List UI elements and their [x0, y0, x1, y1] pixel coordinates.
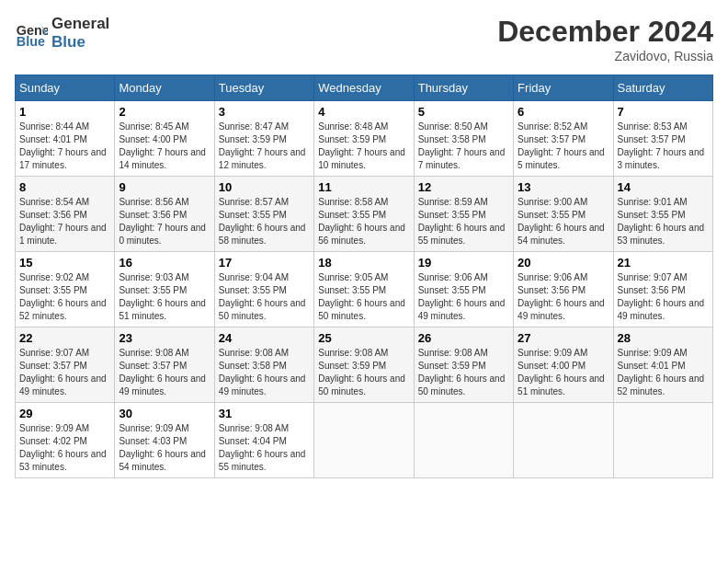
calendar-week-row: 1 Sunrise: 8:44 AMSunset: 4:01 PMDayligh… [16, 101, 713, 177]
dow-header: Sunday [16, 75, 115, 101]
calendar-day-cell: 22 Sunrise: 9:07 AMSunset: 3:57 PMDaylig… [16, 327, 115, 403]
calendar-day-cell: 11 Sunrise: 8:58 AMSunset: 3:55 PMDaylig… [314, 177, 414, 252]
day-detail: Sunrise: 9:00 AMSunset: 3:55 PMDaylight:… [518, 196, 609, 247]
calendar-day-cell: 10 Sunrise: 8:57 AMSunset: 3:55 PMDaylig… [214, 177, 313, 252]
month-title: December 2024 [497, 15, 713, 49]
day-detail: Sunrise: 8:59 AMSunset: 3:55 PMDaylight:… [418, 196, 509, 247]
day-number: 21 [618, 256, 709, 270]
calendar-day-cell: 6 Sunrise: 8:52 AMSunset: 3:57 PMDayligh… [514, 101, 613, 177]
day-detail: Sunrise: 9:09 AMSunset: 4:01 PMDaylight:… [618, 347, 709, 398]
day-detail: Sunrise: 8:52 AMSunset: 3:57 PMDaylight:… [518, 121, 609, 172]
day-number: 15 [19, 256, 110, 270]
day-detail: Sunrise: 8:50 AMSunset: 3:58 PMDaylight:… [418, 121, 509, 172]
day-detail: Sunrise: 8:48 AMSunset: 3:59 PMDaylight:… [318, 121, 409, 172]
calendar-day-cell: 5 Sunrise: 8:50 AMSunset: 3:58 PMDayligh… [414, 101, 513, 177]
day-number: 5 [418, 105, 509, 119]
calendar-day-cell: 29 Sunrise: 9:09 AMSunset: 4:02 PMDaylig… [16, 403, 115, 478]
day-detail: Sunrise: 8:58 AMSunset: 3:55 PMDaylight:… [318, 196, 409, 247]
calendar-week-row: 8 Sunrise: 8:54 AMSunset: 3:56 PMDayligh… [16, 177, 713, 252]
calendar-body: 1 Sunrise: 8:44 AMSunset: 4:01 PMDayligh… [16, 101, 713, 478]
day-number: 1 [19, 105, 110, 119]
title-block: December 2024 Zavidovo, Russia [497, 15, 713, 63]
day-detail: Sunrise: 9:09 AMSunset: 4:00 PMDaylight:… [518, 347, 609, 398]
day-number: 7 [618, 105, 709, 119]
day-number: 19 [418, 256, 509, 270]
day-number: 11 [318, 180, 409, 194]
day-detail: Sunrise: 8:54 AMSunset: 3:56 PMDaylight:… [19, 196, 110, 247]
calendar-day-cell: 12 Sunrise: 8:59 AMSunset: 3:55 PMDaylig… [414, 177, 513, 252]
day-detail: Sunrise: 9:06 AMSunset: 3:55 PMDaylight:… [418, 271, 509, 323]
calendar-day-cell: 8 Sunrise: 8:54 AMSunset: 3:56 PMDayligh… [16, 177, 115, 252]
calendar-day-cell: 7 Sunrise: 8:53 AMSunset: 3:57 PMDayligh… [613, 101, 712, 177]
svg-text:Blue: Blue [17, 34, 45, 49]
day-detail: Sunrise: 8:45 AMSunset: 4:00 PMDaylight:… [119, 121, 210, 172]
day-detail: Sunrise: 9:08 AMSunset: 3:58 PMDaylight:… [219, 347, 310, 398]
day-detail: Sunrise: 9:08 AMSunset: 3:59 PMDaylight:… [418, 347, 509, 398]
day-detail: Sunrise: 9:08 AMSunset: 4:04 PMDaylight:… [219, 422, 310, 474]
day-number: 18 [318, 256, 409, 270]
calendar-day-cell: 31 Sunrise: 9:08 AMSunset: 4:04 PMDaylig… [214, 403, 313, 478]
calendar-day-cell: 15 Sunrise: 9:02 AMSunset: 3:55 PMDaylig… [16, 252, 115, 327]
dow-header: Thursday [414, 75, 513, 101]
calendar-day-cell [514, 403, 613, 478]
day-number: 22 [19, 331, 110, 345]
calendar-day-cell: 17 Sunrise: 9:04 AMSunset: 3:55 PMDaylig… [214, 252, 313, 327]
day-number: 13 [518, 180, 609, 194]
calendar-day-cell: 28 Sunrise: 9:09 AMSunset: 4:01 PMDaylig… [613, 327, 712, 403]
day-detail: Sunrise: 9:05 AMSunset: 3:55 PMDaylight:… [318, 271, 409, 323]
day-detail: Sunrise: 9:01 AMSunset: 3:55 PMDaylight:… [618, 196, 709, 247]
calendar-day-cell: 9 Sunrise: 8:56 AMSunset: 3:56 PMDayligh… [115, 177, 214, 252]
calendar-day-cell: 27 Sunrise: 9:09 AMSunset: 4:00 PMDaylig… [514, 327, 613, 403]
calendar-day-cell: 14 Sunrise: 9:01 AMSunset: 3:55 PMDaylig… [613, 177, 712, 252]
day-detail: Sunrise: 8:53 AMSunset: 3:57 PMDaylight:… [618, 121, 709, 172]
calendar-day-cell [414, 403, 513, 478]
logo-icon: General Blue [15, 17, 48, 50]
day-number: 25 [318, 331, 409, 345]
day-number: 24 [219, 331, 310, 345]
logo: General Blue General Blue [15, 15, 109, 52]
day-detail: Sunrise: 9:09 AMSunset: 4:03 PMDaylight:… [119, 422, 210, 474]
logo-line1: General [51, 15, 109, 33]
day-number: 14 [618, 180, 709, 194]
day-number: 31 [219, 407, 310, 420]
dow-header: Friday [514, 75, 613, 101]
day-number: 4 [318, 105, 409, 119]
calendar-day-cell: 19 Sunrise: 9:06 AMSunset: 3:55 PMDaylig… [414, 252, 513, 327]
day-number: 9 [119, 180, 210, 194]
page-header: General Blue General Blue December 2024 … [15, 15, 713, 63]
calendar-day-cell: 2 Sunrise: 8:45 AMSunset: 4:00 PMDayligh… [115, 101, 214, 177]
day-number: 30 [119, 407, 210, 420]
calendar-day-cell [613, 403, 712, 478]
day-detail: Sunrise: 9:08 AMSunset: 3:59 PMDaylight:… [318, 347, 409, 398]
calendar-week-row: 15 Sunrise: 9:02 AMSunset: 3:55 PMDaylig… [16, 252, 713, 327]
day-detail: Sunrise: 9:06 AMSunset: 3:56 PMDaylight:… [518, 271, 609, 323]
calendar-day-cell: 20 Sunrise: 9:06 AMSunset: 3:56 PMDaylig… [514, 252, 613, 327]
day-detail: Sunrise: 9:08 AMSunset: 3:57 PMDaylight:… [119, 347, 210, 398]
day-detail: Sunrise: 9:02 AMSunset: 3:55 PMDaylight:… [19, 271, 110, 323]
day-number: 29 [19, 407, 110, 420]
day-detail: Sunrise: 8:56 AMSunset: 3:56 PMDaylight:… [119, 196, 210, 247]
day-number: 6 [518, 105, 609, 119]
calendar-day-cell: 24 Sunrise: 9:08 AMSunset: 3:58 PMDaylig… [214, 327, 313, 403]
day-detail: Sunrise: 9:03 AMSunset: 3:55 PMDaylight:… [119, 271, 210, 323]
day-number: 12 [418, 180, 509, 194]
day-number: 2 [119, 105, 210, 119]
dow-header: Wednesday [314, 75, 414, 101]
day-number: 16 [119, 256, 210, 270]
day-detail: Sunrise: 8:57 AMSunset: 3:55 PMDaylight:… [219, 196, 310, 247]
day-detail: Sunrise: 9:04 AMSunset: 3:55 PMDaylight:… [219, 271, 310, 323]
dow-header: Monday [115, 75, 214, 101]
calendar-day-cell: 21 Sunrise: 9:07 AMSunset: 3:56 PMDaylig… [613, 252, 712, 327]
day-detail: Sunrise: 8:44 AMSunset: 4:01 PMDaylight:… [19, 121, 110, 172]
logo-line2: Blue [51, 33, 109, 52]
day-number: 20 [518, 256, 609, 270]
dow-header: Saturday [613, 75, 712, 101]
calendar-day-cell: 4 Sunrise: 8:48 AMSunset: 3:59 PMDayligh… [314, 101, 414, 177]
calendar-day-cell: 1 Sunrise: 8:44 AMSunset: 4:01 PMDayligh… [16, 101, 115, 177]
day-number: 23 [119, 331, 210, 345]
calendar-day-cell: 30 Sunrise: 9:09 AMSunset: 4:03 PMDaylig… [115, 403, 214, 478]
calendar-day-cell: 16 Sunrise: 9:03 AMSunset: 3:55 PMDaylig… [115, 252, 214, 327]
calendar-day-cell [314, 403, 414, 478]
calendar-table: SundayMondayTuesdayWednesdayThursdayFrid… [15, 75, 713, 478]
calendar-day-cell: 26 Sunrise: 9:08 AMSunset: 3:59 PMDaylig… [414, 327, 513, 403]
